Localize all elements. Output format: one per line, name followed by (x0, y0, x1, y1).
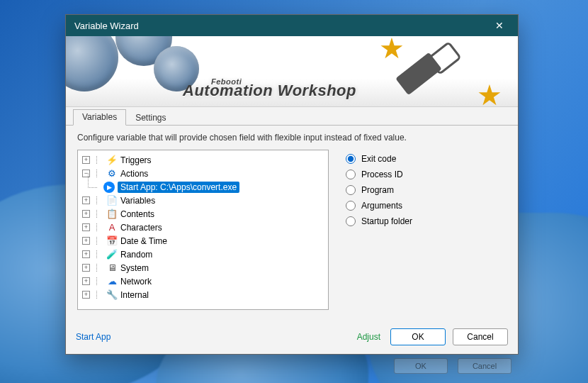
option-row[interactable]: Program (346, 182, 412, 198)
option-label: Startup folder (361, 216, 412, 226)
option-row[interactable]: Exit code (346, 151, 412, 167)
expand-icon[interactable]: + (82, 277, 90, 285)
tab-variables[interactable]: Variables (73, 109, 126, 126)
tree-node[interactable]: +🧪Random (79, 248, 327, 261)
node-label: Random (120, 250, 152, 260)
ok-button[interactable]: OK (390, 328, 446, 345)
option-row[interactable]: Arguments (346, 198, 412, 213)
option-row[interactable]: Startup folder (346, 213, 412, 229)
tree-node[interactable]: +📅Date & Time (79, 234, 327, 248)
option-radio[interactable] (346, 170, 356, 179)
option-label: Process ID (361, 170, 403, 179)
option-label: Arguments (361, 201, 402, 211)
node-label: Network (120, 277, 152, 287)
adjust-link[interactable]: Adjust (357, 332, 380, 342)
expand-icon[interactable]: + (82, 264, 90, 272)
node-icon: 🧪 (106, 249, 118, 260)
status-text: Start App (76, 332, 350, 342)
node-label: Actions (120, 169, 148, 179)
node-label: Date & Time (120, 236, 167, 246)
node-icon: ⚡ (106, 155, 118, 166)
tree-node[interactable]: +ACharacters (79, 221, 327, 234)
expand-icon[interactable]: + (82, 156, 90, 164)
tree-node[interactable]: +📄Variables (79, 194, 327, 207)
tree-node[interactable]: +📋Contents (79, 207, 327, 221)
node-icon: ☁ (106, 276, 118, 287)
description-text: Configure variable that will provide cho… (77, 133, 507, 143)
node-label: Characters (120, 223, 162, 233)
close-icon[interactable]: ✕ (488, 20, 511, 31)
expand-icon[interactable]: + (82, 196, 90, 204)
expand-icon[interactable]: + (82, 210, 90, 218)
variable-options: Exit codeProcess IDProgramArgumentsStart… (346, 150, 412, 316)
source-tree[interactable]: +⚡Triggers−⚙Actions▶Start App: C:\Apps\c… (77, 150, 329, 310)
titlebar: Variable Wizard ✕ (66, 15, 518, 36)
option-radio[interactable] (346, 216, 356, 226)
expand-icon[interactable]: + (82, 291, 90, 299)
option-label: Program (361, 185, 394, 195)
option-row[interactable]: Process ID (346, 167, 412, 182)
node-label: Variables (120, 196, 155, 206)
option-label: Exit code (361, 154, 396, 164)
expand-icon[interactable]: + (82, 237, 90, 245)
node-label: Start App: C:\Apps\convert.exe (118, 182, 239, 193)
tab-settings[interactable]: Settings (126, 110, 175, 126)
expand-icon[interactable]: + (82, 250, 90, 258)
tree-node[interactable]: +🖥System (79, 261, 327, 274)
node-label: Internal (120, 290, 149, 300)
background-cancel-button: Cancel (458, 358, 511, 374)
eraser-icon (395, 46, 458, 103)
option-radio[interactable] (346, 154, 356, 164)
expand-icon[interactable]: + (82, 223, 90, 231)
option-radio[interactable] (346, 185, 356, 195)
node-icon: A (106, 222, 118, 233)
tab-strip: Variables Settings (66, 109, 518, 126)
tree-node-child[interactable]: ▶Start App: C:\Apps\convert.exe (79, 180, 327, 194)
node-icon: 📄 (106, 195, 118, 206)
footer: Start App Adjust OK Cancel (66, 321, 518, 354)
banner: ★ ★ Febooti Automation Workshop (66, 36, 518, 107)
node-label: Contents (120, 209, 154, 219)
node-icon: 🔧 (106, 289, 118, 301)
option-radio[interactable] (346, 201, 356, 211)
brand-product: Automation Workshop (183, 82, 356, 99)
node-label: System (120, 263, 149, 273)
node-icon: 🖥 (106, 262, 118, 274)
tree-node[interactable]: −⚙Actions (79, 167, 327, 180)
node-icon: ⚙ (106, 168, 118, 179)
node-icon: 📋 (106, 209, 118, 220)
play-icon: ▶ (103, 182, 115, 193)
gear-icon (66, 36, 118, 91)
brand-logo: Febooti Automation Workshop (183, 77, 356, 100)
star-icon: ★ (477, 79, 502, 107)
tree-node[interactable]: +⚡Triggers (79, 153, 327, 167)
cancel-button[interactable]: Cancel (453, 328, 508, 345)
node-icon: 📅 (106, 235, 118, 247)
tree-node[interactable]: +☁Network (79, 274, 327, 288)
variable-wizard-dialog: Variable Wizard ✕ ★ ★ Febooti Automation… (65, 14, 519, 355)
window-title: Variable Wizard (74, 21, 488, 31)
node-label: Triggers (120, 155, 152, 165)
tree-node[interactable]: +🔧Internal (79, 288, 327, 301)
background-ok-button: OK (394, 358, 448, 374)
